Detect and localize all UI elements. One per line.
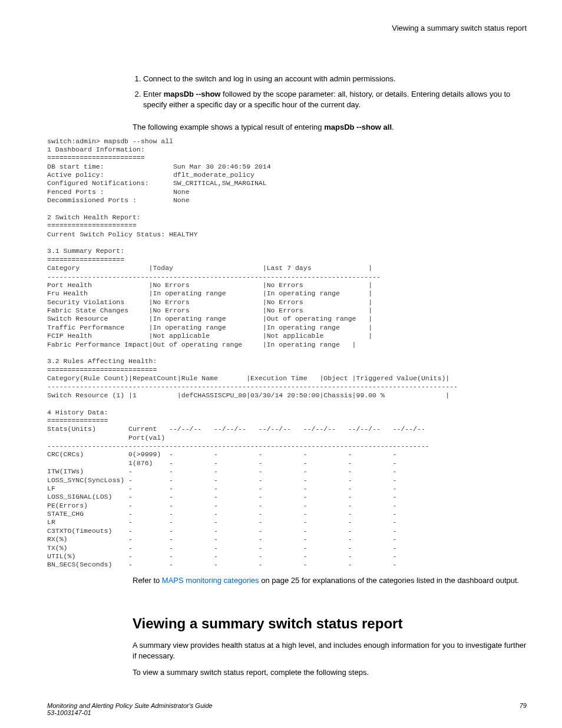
- step-2: Enter mapsDb --show followed by the scop…: [143, 89, 527, 110]
- step-2-cmd: mapsDb --show: [164, 90, 221, 98]
- section-p1: A summary view provides health status at…: [133, 640, 527, 661]
- steps-list: Connect to the switch and log in using a…: [133, 74, 527, 111]
- intro-c: .: [392, 123, 394, 131]
- refer-paragraph: Refer to MAPS monitoring categories on p…: [133, 575, 527, 586]
- example-intro: The following example shows a typical re…: [133, 123, 527, 131]
- section-heading: Viewing a summary switch status report: [133, 615, 527, 632]
- step-2-a: Enter: [143, 90, 164, 98]
- intro-a: The following example shows a typical re…: [133, 123, 324, 131]
- section-p2: To view a summary switch status report, …: [133, 667, 527, 678]
- step-1: Connect to the switch and log in using a…: [143, 74, 527, 84]
- page-header-title: Viewing a summary switch status report: [47, 24, 527, 32]
- intro-cmd: mapsDb --show all: [324, 123, 392, 131]
- console-output: switch:admin> mapsdb --show all 1 Dashbo…: [47, 137, 527, 569]
- refer-link[interactable]: MAPS monitoring categories: [162, 576, 259, 585]
- refer-a: Refer to: [133, 576, 162, 585]
- refer-b: on page 25 for explanations of the categ…: [259, 576, 520, 585]
